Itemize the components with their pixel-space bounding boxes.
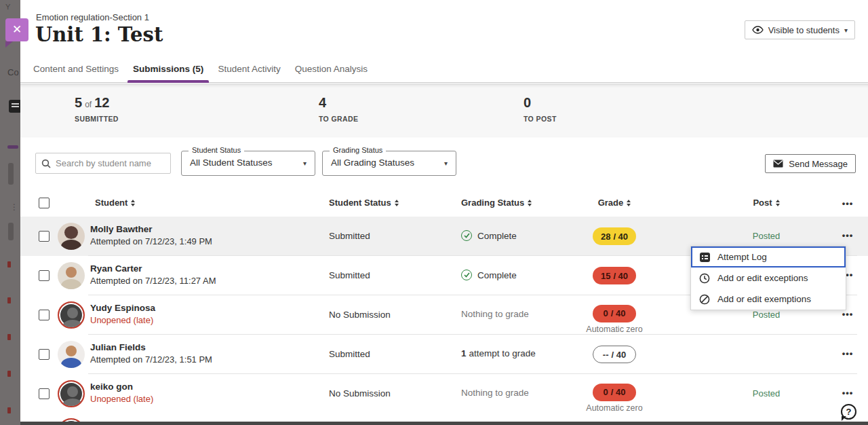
column-header-student-status[interactable]: Student Status xyxy=(329,198,399,208)
student-status-value: Submitted xyxy=(329,349,370,359)
student-status-select[interactable]: Student Status All Student Statuses ▾ xyxy=(181,151,315,176)
student-name[interactable]: Julian Fields xyxy=(90,342,212,352)
stats-bar: 5of12 SUBMITTED 4 TO GRADE 0 TO POST xyxy=(20,84,868,136)
column-header-grading-status[interactable]: Grading Status xyxy=(461,198,532,208)
stat-submitted: 5of12 SUBMITTED xyxy=(75,95,119,123)
chevron-down-icon: ▾ xyxy=(844,26,848,34)
student-search-box[interactable] xyxy=(35,153,171,174)
attempt-meta: Attempted on 7/12/23, 1:51 PM xyxy=(90,354,212,365)
attempt-meta: Unopened (late) xyxy=(90,394,153,404)
grade-note: Automatic zero xyxy=(586,403,642,413)
table-row[interactable]: Julian Fields Attempted on 7/12/23, 1:51… xyxy=(20,335,868,374)
complete-check-icon xyxy=(461,230,472,241)
grade-pill[interactable]: 15/ 40 xyxy=(593,267,636,284)
tab-content-and-settings[interactable]: Content and Settings xyxy=(28,61,124,83)
grade-note: Automatic zero xyxy=(586,325,642,334)
background-block xyxy=(8,163,14,185)
row-menu-button[interactable]: ••• xyxy=(834,348,861,358)
send-message-label: Send Message xyxy=(789,159,848,169)
student-status-value: Submitted xyxy=(329,231,370,241)
stat-to-grade: 4 TO GRADE xyxy=(319,95,358,123)
student-status-value: No Submission xyxy=(329,310,391,320)
attempt-meta: Unopened (late) xyxy=(90,315,155,325)
background-overlay: Y Co ⋮ xyxy=(0,0,20,425)
grading-status-value: Complete xyxy=(477,231,517,241)
table-header: Student Student Status Grading Status Gr… xyxy=(20,192,868,215)
tab-student-activity[interactable]: Student Activity xyxy=(212,61,285,83)
complete-check-icon xyxy=(461,270,472,280)
row-checkbox[interactable] xyxy=(39,388,50,399)
close-icon: ✕ xyxy=(12,23,22,36)
grade-pill[interactable]: 0/ 40 xyxy=(593,384,636,401)
row-menu-button[interactable]: ••• xyxy=(834,230,861,240)
stat-submitted-label: SUBMITTED xyxy=(75,115,119,123)
student-name[interactable]: Ryan Carter xyxy=(90,263,216,274)
grade-pill[interactable]: 28/ 40 xyxy=(593,227,636,245)
student-status-value: No Submission xyxy=(329,388,391,399)
chevron-down-icon: ▾ xyxy=(444,160,448,167)
stat-submitted-total: 12 xyxy=(94,95,109,110)
student-status-value: Submitted xyxy=(329,270,370,280)
grading-panel-screen: Y Co ⋮ ✕ Emotion regulation-Section 1 Un… xyxy=(0,0,868,425)
background-mark xyxy=(7,297,11,303)
background-text: Co xyxy=(7,67,19,77)
background-accent xyxy=(7,145,18,149)
student-status-select-value: All Student Statuses xyxy=(190,158,273,168)
row-context-menu: Attempt Log Add or edit exceptions Add o… xyxy=(690,246,846,310)
envelope-icon xyxy=(773,160,783,168)
sort-icon xyxy=(528,200,532,206)
sort-icon xyxy=(395,200,399,206)
student-name[interactable]: keiko gon xyxy=(90,382,153,392)
column-header-grade[interactable]: Grade xyxy=(576,198,652,208)
menu-item-add-exceptions[interactable]: Add or edit exceptions xyxy=(691,267,846,289)
menu-item-add-exemptions[interactable]: Add or edit exemptions xyxy=(691,289,846,310)
row-checkbox[interactable] xyxy=(39,270,50,281)
tab-bar: Content and Settings Submissions (5) Stu… xyxy=(20,61,868,83)
row-menu-button[interactable]: ••• xyxy=(834,388,861,398)
close-panel-button[interactable]: ✕ xyxy=(5,18,28,41)
menu-item-attempt-log[interactable]: Attempt Log xyxy=(691,246,846,267)
bottom-edge xyxy=(20,422,868,425)
grade-pill[interactable]: --/ 40 xyxy=(593,346,636,363)
background-mark xyxy=(7,371,11,377)
tab-submissions[interactable]: Submissions (5) xyxy=(127,61,209,83)
clock-icon xyxy=(699,273,710,284)
grading-status-value: Nothing to grade xyxy=(461,388,529,398)
table-row[interactable]: keiko gon Unopened (late) No Submission … xyxy=(20,374,868,413)
background-text: Y xyxy=(5,3,10,11)
select-all-checkbox[interactable] xyxy=(39,198,50,208)
grading-status-select-value: All Grading Statuses xyxy=(331,158,414,168)
column-header-student[interactable]: Student xyxy=(95,198,135,208)
background-block xyxy=(8,223,14,240)
background-dots: ⋮ xyxy=(10,202,18,212)
visibility-dropdown-button[interactable]: Visible to students ▾ xyxy=(745,20,855,39)
post-status[interactable]: Posted xyxy=(723,388,810,399)
row-checkbox[interactable] xyxy=(39,349,50,360)
row-checkbox[interactable] xyxy=(39,231,50,242)
grade-pill[interactable]: 0/ 40 xyxy=(593,305,636,322)
send-message-button[interactable]: Send Message xyxy=(765,154,856,173)
tab-question-analysis[interactable]: Question Analysis xyxy=(290,61,373,83)
grading-status-select[interactable]: Grading Status All Grading Statuses ▾ xyxy=(322,151,456,176)
stat-to-post: 0 TO POST xyxy=(524,95,557,123)
table-options-button[interactable]: ••• xyxy=(834,198,861,208)
post-status[interactable]: Posted xyxy=(723,310,810,320)
avatar xyxy=(58,223,85,250)
student-status-select-label: Student Status xyxy=(189,146,244,154)
avatar xyxy=(58,301,85,329)
grading-status-value: Nothing to grade xyxy=(461,309,529,319)
post-status[interactable]: Posted xyxy=(723,231,810,241)
search-input[interactable] xyxy=(56,158,165,168)
submissions-panel: Emotion regulation-Section 1 Unit 1: Tes… xyxy=(20,0,868,425)
student-name[interactable]: Molly Bawther xyxy=(90,224,212,234)
column-header-post[interactable]: Post xyxy=(723,198,810,208)
visibility-label: Visible to students xyxy=(768,25,840,35)
grading-status-value: attempt to grade xyxy=(469,348,536,358)
row-checkbox[interactable] xyxy=(39,310,50,320)
student-name[interactable]: Yudy Espinosa xyxy=(90,303,155,313)
background-mark xyxy=(7,334,11,340)
breadcrumb: Emotion regulation-Section 1 xyxy=(36,12,149,22)
background-mark xyxy=(7,261,11,267)
help-button[interactable]: ? xyxy=(841,404,856,420)
row-menu-button[interactable]: ••• xyxy=(834,309,861,319)
